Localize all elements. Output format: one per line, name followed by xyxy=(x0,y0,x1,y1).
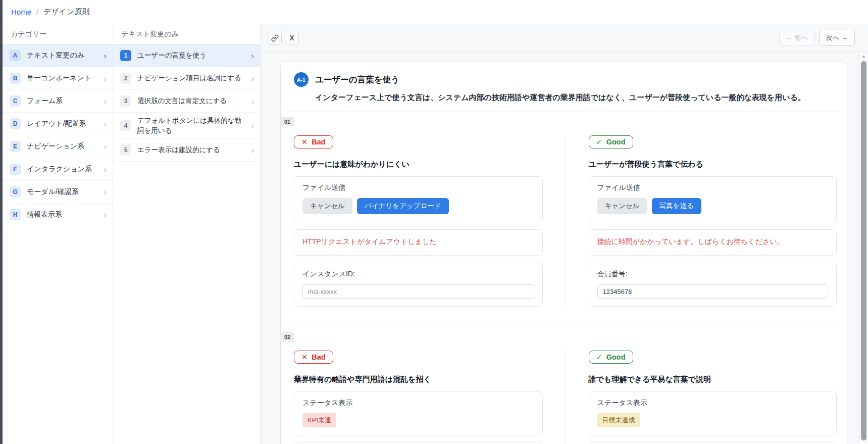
member-number-input[interactable] xyxy=(597,284,829,299)
category-key-badge: E xyxy=(10,141,21,152)
chevron-right-icon: › xyxy=(248,97,254,106)
principle-item-1[interactable]: 1 ユーザーの言葉を使う › xyxy=(113,44,260,67)
cancel-button[interactable]: キャンセル xyxy=(597,198,647,214)
demo-card-member-input: 会員番号: xyxy=(589,263,837,307)
category-key-badge: C xyxy=(10,95,21,107)
chevron-right-icon: › xyxy=(248,121,254,130)
category-label: 情報表示系 xyxy=(27,210,62,219)
demo-label: ファイル送信 xyxy=(302,183,534,192)
copy-link-button[interactable] xyxy=(268,31,282,45)
principle-num-badge: 4 xyxy=(120,120,131,131)
chevron-right-icon: › xyxy=(100,74,107,83)
principle-label: ナビゲーション項目は名詞にする xyxy=(137,73,241,83)
category-key-badge: H xyxy=(10,209,21,220)
principle-item-2[interactable]: 2 ナビゲーション項目は名詞にする › xyxy=(113,67,260,90)
window-edge-strip xyxy=(0,0,3,444)
main-toolbar: X ← 前へ 次へ → xyxy=(261,24,868,52)
principle-label: 選択肢の文言は肯定文にする xyxy=(137,96,227,106)
category-item-b[interactable]: B 単一コンポーネント › xyxy=(3,67,113,90)
chevron-right-icon: › xyxy=(248,52,254,60)
chevron-right-icon: › xyxy=(100,211,107,219)
input-label: インスタンスID: xyxy=(302,270,534,279)
check-mark-icon: ✓ xyxy=(596,138,602,146)
good-badge: ✓ Good xyxy=(589,351,633,364)
chevron-right-icon: › xyxy=(100,165,107,174)
input-label: 会員番号: xyxy=(597,270,829,279)
principle-document-card: A-1 ユーザーの言葉を使う インターフェース上で使う文言は、システム内部の技術… xyxy=(280,62,847,444)
category-label: インタラクション系 xyxy=(27,165,92,174)
category-key-badge: D xyxy=(10,118,21,129)
principle-item-5[interactable]: 5 エラー表示は建設的にする › xyxy=(113,139,260,162)
demo-card-status: ステータス表示 KPI未達 xyxy=(294,391,543,435)
bad-badge-label: Bad xyxy=(312,353,325,361)
chevron-right-icon: › xyxy=(100,97,107,106)
bad-heading: ユーザーには意味がわかりにくい xyxy=(294,160,543,169)
chevron-right-icon: › xyxy=(248,146,254,155)
scroll-up-arrow-icon[interactable]: ▲ xyxy=(860,54,867,59)
good-column: ✓ Good 誰でも理解できる平易な言葉で説明 ステータス表示 目標未達成 操作… xyxy=(564,351,847,444)
vertical-scrollbar[interactable]: ▲ xyxy=(859,53,867,444)
next-button[interactable]: 次へ → xyxy=(819,30,855,46)
cancel-button[interactable]: キャンセル xyxy=(302,198,352,214)
principle-label: エラー表示は建設的にする xyxy=(137,145,220,155)
principle-num-badge: 1 xyxy=(120,50,131,61)
chevron-right-icon: › xyxy=(100,188,107,196)
x-logo-icon: X xyxy=(289,34,294,42)
link-icon xyxy=(271,34,279,42)
breadcrumb: Home / デザイン原則 xyxy=(3,0,868,24)
principle-title: ユーザーの言葉を使う xyxy=(315,74,399,85)
category-label: テキスト変更のみ xyxy=(27,51,84,60)
principle-id-badge: A-1 xyxy=(294,72,309,87)
upload-binary-button[interactable]: バイナリをアップロード xyxy=(357,198,449,214)
principle-item-4[interactable]: 4 デフォルトボタンには具体的な動詞を用いる › xyxy=(113,113,260,139)
send-photo-button[interactable]: 写真を送る xyxy=(652,198,701,214)
share-x-button[interactable]: X xyxy=(285,31,299,45)
principle-label: デフォルトボタンには具体的な動詞を用いる xyxy=(137,116,248,135)
bad-badge: ✕ Bad xyxy=(294,351,333,364)
section-number-badge: 02 xyxy=(280,332,294,341)
chevron-right-icon: › xyxy=(100,142,107,151)
good-heading: ユーザーが普段使う言葉で伝わる xyxy=(589,160,837,169)
scrollbar-thumb[interactable] xyxy=(861,61,866,440)
section-number-badge: 01 xyxy=(280,117,294,126)
category-item-h[interactable]: H 情報表示系 › xyxy=(3,204,113,226)
breadcrumb-separator: / xyxy=(36,8,38,16)
category-item-c[interactable]: C フォーム系 › xyxy=(3,90,113,113)
principles-panel: テキスト変更のみ 1 ユーザーの言葉を使う › 2 ナビゲーション項目は名詞にす… xyxy=(113,24,261,444)
error-message-text: HTTPリクエストがタイムアウトしました xyxy=(302,236,534,248)
prev-button[interactable]: ← 前へ xyxy=(779,30,815,46)
principles-panel-header: テキスト変更のみ xyxy=(113,24,260,44)
demo-label: ステータス表示 xyxy=(302,399,534,408)
demo-card-status: ステータス表示 目標未達成 xyxy=(589,391,837,435)
status-badge: KPI未達 xyxy=(302,413,336,427)
category-label: ナビゲーション系 xyxy=(27,142,84,151)
good-badge-label: Good xyxy=(606,138,626,146)
category-label: レイアウト/配置系 xyxy=(27,119,86,128)
category-panel-header: カテゴリー xyxy=(3,24,113,44)
category-label: 単一コンポーネント xyxy=(27,74,91,83)
category-label: フォーム系 xyxy=(27,96,63,106)
category-key-badge: F xyxy=(10,164,21,175)
category-item-a[interactable]: A テキスト変更のみ › xyxy=(3,44,113,67)
category-item-f[interactable]: F インタラクション系 › xyxy=(3,158,113,181)
principle-num-badge: 5 xyxy=(120,144,131,156)
principle-item-3[interactable]: 3 選択肢の文言は肯定文にする › xyxy=(113,90,260,113)
example-section-01: 01 ✕ Bad ユーザーには意味がわかりにくい ファイル送信 xyxy=(281,112,847,327)
demo-label: ステータス表示 xyxy=(597,399,829,408)
check-mark-icon: ✓ xyxy=(596,353,602,361)
instance-id-input[interactable] xyxy=(302,284,534,299)
error-message-text: 接続に時間がかかっています。しばらくお待ちください。 xyxy=(597,236,829,248)
good-badge: ✓ Good xyxy=(589,135,633,149)
app-root: Home / デザイン原則 カテゴリー A テキスト変更のみ › B 単一コンポ… xyxy=(3,0,868,444)
bad-column: ✕ Bad ユーザーには意味がわかりにくい ファイル送信 キャンセル バイナリを… xyxy=(281,135,564,307)
principle-header: A-1 ユーザーの言葉を使う インターフェース上で使う文言は、システム内部の技術… xyxy=(281,62,847,112)
category-item-e[interactable]: E ナビゲーション系 › xyxy=(3,135,113,158)
breadcrumb-home-link[interactable]: Home xyxy=(11,8,31,16)
demo-card-file-upload: ファイル送信 キャンセル 写真を送る xyxy=(589,176,837,222)
category-key-badge: G xyxy=(10,186,21,198)
x-mark-icon: ✕ xyxy=(301,138,308,146)
category-item-d[interactable]: D レイアウト/配置系 › xyxy=(3,113,113,135)
bad-column: ✕ Bad 業界特有の略語や専門用語は混乱を招く ステータス表示 KPI未達 操… xyxy=(281,351,564,444)
demo-card-error-message: HTTPリクエストがタイムアウトしました xyxy=(294,229,543,256)
category-item-g[interactable]: G モーダル/確認系 › xyxy=(3,181,113,204)
